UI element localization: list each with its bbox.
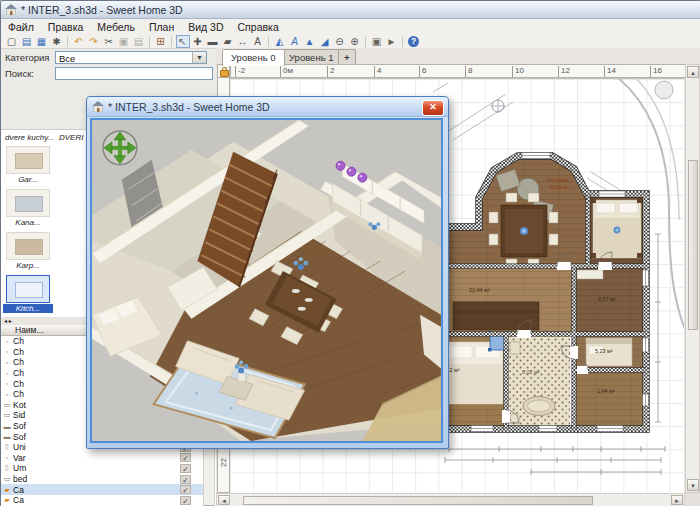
table-row[interactable]: ▫Var✓	[1, 453, 203, 464]
app-window: * INTER_3.sh3d - Sweet Home 3D Файл Прав…	[0, 0, 700, 506]
create-video-icon[interactable]: ►	[385, 35, 399, 48]
cut-icon[interactable]: ✂	[102, 35, 116, 48]
table-row-selected[interactable]: ▰Ca✓	[1, 484, 203, 495]
scrollbar-thumb[interactable]	[688, 160, 698, 330]
add-text-icon[interactable]: A	[251, 35, 265, 48]
catalog-item-selected[interactable]: Kitch...	[3, 275, 53, 313]
visible-checkbox[interactable]: ✓	[180, 464, 191, 473]
category-select[interactable]: Все ▼	[55, 51, 207, 64]
horizontal-ruler: -2 0м 2 4 6 8 10 12 14 16	[230, 64, 685, 78]
visible-checkbox[interactable]: ✓	[180, 485, 191, 494]
catalog-item[interactable]: Karp...	[3, 232, 53, 270]
ruler-tick-label: 0м	[280, 66, 293, 77]
new-home-icon[interactable]: ▢	[5, 35, 19, 48]
room-area-label: 1,94 м²	[597, 388, 615, 394]
preferences-icon[interactable]: ✱	[50, 35, 64, 48]
copy-icon[interactable]: ▣	[117, 35, 131, 48]
scroll-down-icon[interactable]: ▼	[687, 479, 699, 491]
catalog-item-label[interactable]: dvere kuchy...	[5, 133, 54, 142]
room-area-label: 42,52 м²	[549, 184, 568, 190]
catalog-item[interactable]: Kana...	[3, 189, 53, 227]
room-area-label: 6,02 м²	[522, 369, 540, 375]
lock-icon[interactable]	[220, 70, 229, 77]
plan-horizontal-scrollbar[interactable]: ◄ ►	[216, 493, 685, 506]
open-home-icon[interactable]: ▤	[20, 35, 34, 48]
redo-icon[interactable]: ↷	[87, 35, 101, 48]
table-row[interactable]: ▯Um✓	[1, 463, 203, 474]
help-icon[interactable]: ?	[408, 36, 419, 47]
category-value: Все	[59, 53, 75, 64]
3d-window-title: * INTER_3.sh3d - Sweet Home 3D	[108, 101, 270, 113]
ruler-tick-label: 16	[650, 66, 662, 77]
table-row[interactable]: ▰Ca✓	[1, 495, 203, 506]
toolbar-separator	[268, 36, 269, 47]
wardrobe[interactable]	[453, 302, 539, 330]
table-row[interactable]: ▭bed✓	[1, 474, 203, 485]
room-name-label: Гостиная	[547, 177, 568, 183]
3d-window-title-bar[interactable]: * INTER_3.sh3d - Sweet Home 3D ✕	[87, 97, 448, 117]
search-row: Поиск:	[1, 66, 216, 81]
select-tool-icon[interactable]: ↖	[176, 35, 190, 48]
blue-tool-4-icon[interactable]: ◢	[318, 35, 332, 48]
room-area-label: 5,23 м²	[595, 348, 613, 354]
paste-icon[interactable]: ▤	[132, 35, 146, 48]
menu-plan[interactable]: План	[142, 21, 181, 33]
close-icon[interactable]: ✕	[422, 100, 444, 116]
menu-bar: Файл Правка Мебель План Вид 3D Справка	[1, 19, 700, 35]
create-dimensions-icon[interactable]: ↔	[236, 35, 250, 48]
catalog-thumbnail	[6, 275, 50, 303]
furniture-icon: ▯	[1, 464, 13, 472]
3d-view-canvas[interactable]	[90, 118, 443, 443]
cell-name: Var	[13, 453, 101, 463]
app-icon	[92, 101, 104, 112]
blue-tool-1-icon[interactable]: ◭	[273, 35, 287, 48]
tab-level-0[interactable]: Уровень 0	[222, 49, 285, 66]
chevron-down-icon[interactable]: ▼	[192, 52, 206, 63]
furniture-icon: ▬	[1, 423, 13, 430]
pan-tool-icon[interactable]: ✚	[191, 35, 205, 48]
toolbar-separator	[171, 36, 172, 47]
visible-checkbox[interactable]: ✓	[180, 475, 191, 484]
create-walls-icon[interactable]: ▬	[206, 35, 220, 48]
furniture-icon: ▫	[1, 348, 13, 355]
zoom-in-icon[interactable]: ⊕	[348, 35, 362, 48]
blue-tool-2-icon[interactable]: A	[288, 35, 302, 48]
search-input[interactable]	[55, 67, 213, 80]
toolbar: ▢ ▤ ▦ ✱ ↶ ↷ ✂ ▣ ▤ ⊞ ↖ ✚ ▬ ▰ ↔ A ◭ A ▲ ◢ …	[1, 34, 700, 49]
furniture-icon: ▫	[1, 454, 13, 461]
menu-edit[interactable]: Правка	[41, 21, 90, 33]
add-level-tab[interactable]: +	[338, 49, 356, 65]
3d-scene	[92, 120, 441, 441]
navigation-compass-icon[interactable]	[103, 131, 137, 165]
undo-icon[interactable]: ↶	[72, 35, 86, 48]
ruler-tick-label: 14	[604, 66, 616, 77]
zoom-out-icon[interactable]: ⊖	[333, 35, 347, 48]
toolbar-separator	[365, 36, 366, 47]
3d-view-window[interactable]: * INTER_3.sh3d - Sweet Home 3D ✕	[86, 96, 449, 449]
blue-tool-3-icon[interactable]: ▲	[303, 35, 317, 48]
create-photo-icon[interactable]: ▣	[370, 35, 384, 48]
scroll-right-icon[interactable]: ►	[671, 495, 683, 505]
create-rooms-icon[interactable]: ▰	[221, 35, 235, 48]
menu-3dview[interactable]: Вид 3D	[181, 21, 230, 33]
catalog-thumbnail	[6, 232, 50, 260]
title-bar[interactable]: * INTER_3.sh3d - Sweet Home 3D	[1, 1, 700, 19]
scrollbar-thumb[interactable]	[243, 496, 593, 505]
add-furniture-icon[interactable]: ⊞	[154, 35, 168, 48]
scroll-up-icon[interactable]: ▲	[687, 66, 699, 78]
menu-file[interactable]: Файл	[1, 21, 41, 33]
toolbar-separator	[67, 36, 68, 47]
tab-level-1[interactable]: Уровень 1	[280, 49, 343, 65]
catalog-item-label: Kitch...	[3, 304, 53, 313]
visible-checkbox[interactable]: ✓	[180, 453, 191, 462]
visible-checkbox[interactable]: ✓	[180, 496, 191, 505]
ruler-tick-label: 2	[327, 66, 334, 77]
menu-furniture[interactable]: Мебель	[90, 21, 142, 33]
catalog-item[interactable]: Gar...	[3, 146, 53, 184]
menu-help[interactable]: Справка	[231, 21, 286, 33]
catalog-item-label: Kana...	[3, 218, 53, 227]
save-home-icon[interactable]: ▦	[35, 35, 49, 48]
plan-vertical-scrollbar[interactable]: ▲ ▼	[685, 64, 700, 493]
scroll-left-icon[interactable]: ◄	[218, 495, 230, 505]
catalog-item-label: Gar...	[3, 175, 53, 184]
